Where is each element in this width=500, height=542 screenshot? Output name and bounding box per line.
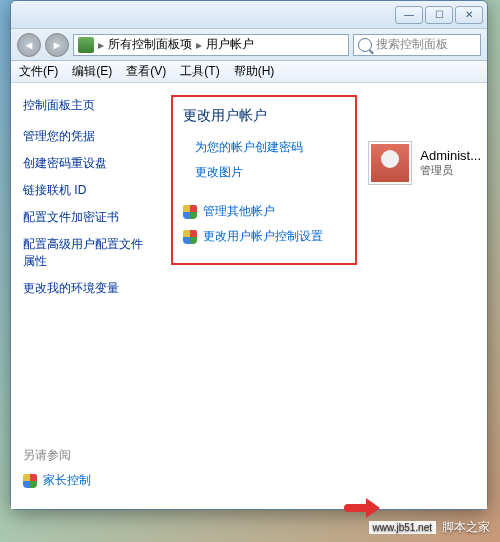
sidebar-item-password-reset[interactable]: 创建密码重设盘 xyxy=(23,155,149,172)
maximize-button[interactable]: ☐ xyxy=(425,6,453,24)
breadcrumb[interactable]: ▸ 所有控制面板项 ▸ 用户帐户 xyxy=(73,34,349,56)
chevron-right-icon: ▸ xyxy=(196,38,202,52)
nav-back-button[interactable]: ◄ xyxy=(17,33,41,57)
control-panel-window: — ☐ ✕ ◄ ► ▸ 所有控制面板项 ▸ 用户帐户 搜索控制面板 文件(F) … xyxy=(10,0,488,510)
breadcrumb-current[interactable]: 用户帐户 xyxy=(206,36,254,53)
user-name: Administ... xyxy=(420,148,481,163)
annotation-arrow xyxy=(344,498,384,518)
avatar[interactable] xyxy=(368,141,412,185)
user-info: Administ... 管理员 xyxy=(420,148,481,178)
sidebar-footer: 另请参阅 家长控制 xyxy=(23,447,91,489)
menu-tools[interactable]: 工具(T) xyxy=(180,63,219,80)
address-bar: ◄ ► ▸ 所有控制面板项 ▸ 用户帐户 搜索控制面板 xyxy=(11,29,487,61)
watermark-url: www.jb51.net xyxy=(369,521,436,534)
user-role: 管理员 xyxy=(420,163,481,178)
main-content: 更改用户帐户 为您的帐户创建密码 更改图片 管理其他帐户 更改用户帐户控制设置 … xyxy=(161,83,487,509)
footer-link-label: 家长控制 xyxy=(43,472,91,489)
breadcrumb-root[interactable]: 所有控制面板项 xyxy=(108,36,192,53)
menu-help[interactable]: 帮助(H) xyxy=(234,63,275,80)
sidebar-title[interactable]: 控制面板主页 xyxy=(23,97,149,114)
sidebar-item-online-id[interactable]: 链接联机 ID xyxy=(23,182,149,199)
watermark: www.jb51.net 脚本之家 xyxy=(369,519,490,536)
close-button[interactable]: ✕ xyxy=(455,6,483,24)
titlebar: — ☐ ✕ xyxy=(11,1,487,29)
menu-edit[interactable]: 编辑(E) xyxy=(72,63,112,80)
sidebar-item-credentials[interactable]: 管理您的凭据 xyxy=(23,128,149,145)
shield-icon xyxy=(183,230,197,244)
minimize-button[interactable]: — xyxy=(395,6,423,24)
menu-view[interactable]: 查看(V) xyxy=(126,63,166,80)
footer-title: 另请参阅 xyxy=(23,447,91,464)
chevron-right-icon: ▸ xyxy=(98,38,104,52)
uac-settings-link[interactable]: 更改用户帐户控制设置 xyxy=(183,228,345,245)
sidebar: 控制面板主页 管理您的凭据 创建密码重设盘 链接联机 ID 配置文件加密证书 配… xyxy=(11,83,161,509)
link-label: 管理其他帐户 xyxy=(203,203,275,220)
change-picture-link[interactable]: 更改图片 xyxy=(183,164,345,181)
watermark-text: 脚本之家 xyxy=(442,519,490,536)
menu-bar: 文件(F) 编辑(E) 查看(V) 工具(T) 帮助(H) xyxy=(11,61,487,83)
link-label: 更改用户帐户控制设置 xyxy=(203,228,323,245)
sidebar-item-advanced-profile[interactable]: 配置高级用户配置文件属性 xyxy=(23,236,149,270)
control-panel-icon xyxy=(78,37,94,53)
search-icon xyxy=(358,38,372,52)
parental-controls-link[interactable]: 家长控制 xyxy=(23,472,91,489)
shield-icon xyxy=(183,205,197,219)
nav-forward-button[interactable]: ► xyxy=(45,33,69,57)
create-password-link[interactable]: 为您的帐户创建密码 xyxy=(183,139,345,156)
highlighted-section: 更改用户帐户 为您的帐户创建密码 更改图片 管理其他帐户 更改用户帐户控制设置 xyxy=(171,95,357,265)
page-title: 更改用户帐户 xyxy=(183,107,345,125)
search-placeholder: 搜索控制面板 xyxy=(376,36,448,53)
shield-icon xyxy=(23,474,37,488)
manage-accounts-link[interactable]: 管理其他帐户 xyxy=(183,203,345,220)
window-body: 控制面板主页 管理您的凭据 创建密码重设盘 链接联机 ID 配置文件加密证书 配… xyxy=(11,83,487,509)
user-card: Administ... 管理员 xyxy=(368,141,481,185)
search-input[interactable]: 搜索控制面板 xyxy=(353,34,481,56)
sidebar-item-file-encryption[interactable]: 配置文件加密证书 xyxy=(23,209,149,226)
menu-file[interactable]: 文件(F) xyxy=(19,63,58,80)
sidebar-item-env-vars[interactable]: 更改我的环境变量 xyxy=(23,280,149,297)
